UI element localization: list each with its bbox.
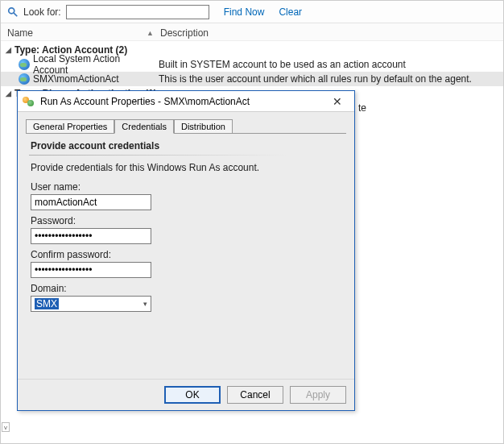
username-label: User name: [31, 181, 341, 193]
credentials-panel: Provide account credentials Provide cred… [26, 133, 346, 379]
expander-icon[interactable]: ◢ [6, 89, 11, 98]
cancel-button[interactable]: Cancel [227, 386, 283, 404]
search-toolbar: Look for: Find Now Clear [1, 1, 503, 23]
scroll-down-icon[interactable]: v [2, 422, 10, 432]
search-input[interactable] [66, 5, 209, 19]
username-field[interactable] [31, 194, 151, 210]
item-name-label: Local System Action Account [33, 53, 154, 76]
domain-value: SMX [35, 298, 59, 309]
domain-combobox[interactable]: SMX ▾ [31, 296, 151, 312]
globe-icon [19, 59, 30, 70]
confirm-password-label: Confirm password: [31, 249, 341, 260]
look-for-label: Look for: [23, 6, 61, 18]
dialog-tabs: General Properties Credentials Distribut… [18, 112, 354, 133]
confirm-password-field[interactable] [31, 262, 151, 278]
apply-button: Apply [290, 386, 346, 404]
domain-label: Domain: [31, 283, 341, 294]
item-name-label: SMX\momActionAct [33, 73, 119, 85]
tab-distribution[interactable]: Distribution [174, 119, 233, 134]
dialog-titlebar: Run As Account Properties - SMX\momActio… [18, 91, 354, 112]
password-label: Password: [31, 215, 341, 226]
svg-line-1 [14, 12, 17, 15]
divider [29, 155, 287, 156]
search-icon [7, 6, 19, 18]
tab-general-properties[interactable]: General Properties [26, 119, 114, 134]
list-item[interactable]: SMX\momActionAct This is the user accoun… [1, 72, 503, 86]
item-description: This is the user account under which all… [159, 73, 472, 85]
dialog-title: Run As Account Properties - SMX\momActio… [40, 96, 250, 107]
password-field[interactable] [31, 228, 151, 244]
find-now-link[interactable]: Find Now [224, 6, 265, 18]
column-headers: Name ▲ Description [1, 23, 503, 41]
clear-link[interactable]: Clear [279, 6, 302, 18]
column-name-label: Name [7, 27, 33, 39]
column-description[interactable]: Description [160, 27, 209, 39]
globe-icon [19, 73, 30, 85]
section-title: Provide account credentials [29, 139, 343, 155]
accounts-icon [23, 95, 35, 108]
dialog-button-row: OK Cancel Apply [18, 379, 354, 410]
list-item[interactable]: Local System Action Account Built in SYS… [1, 57, 503, 72]
close-button[interactable]: ✕ [325, 93, 349, 110]
svg-point-0 [9, 7, 14, 13]
tab-credentials[interactable]: Credentials [114, 119, 174, 134]
chevron-down-icon: ▾ [143, 300, 147, 308]
sort-ascending-icon: ▲ [147, 29, 154, 37]
partial-description: te [358, 102, 366, 114]
intro-text: Provide credentials for this Windows Run… [31, 162, 341, 173]
expander-icon[interactable]: ◢ [6, 46, 11, 54]
run-as-account-properties-dialog: Run As Account Properties - SMX\momActio… [17, 90, 355, 411]
item-description: Built in SYSTEM account to be used as an… [159, 59, 406, 70]
column-name[interactable]: Name ▲ [7, 27, 160, 39]
ok-button[interactable]: OK [164, 386, 221, 404]
